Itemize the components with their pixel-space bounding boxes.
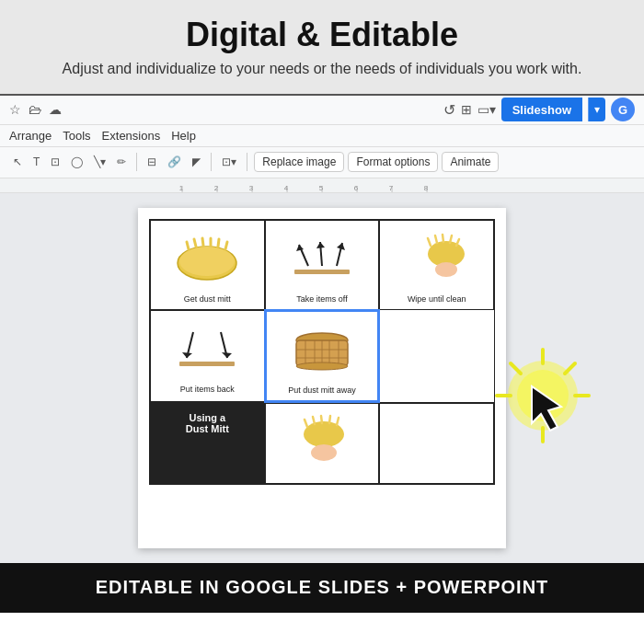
svg-rect-23 xyxy=(179,362,235,366)
svg-line-39 xyxy=(305,420,307,427)
svg-rect-45 xyxy=(315,445,333,458)
task-cell-5[interactable]: Put dust mitt away xyxy=(265,310,380,402)
text-tool[interactable]: T xyxy=(29,154,43,170)
svg-line-42 xyxy=(329,416,330,423)
slideshow-button[interactable]: Slideshow xyxy=(501,98,582,121)
task-cell-2[interactable]: Take items off xyxy=(265,220,380,310)
task-label-1: Get dust mitt xyxy=(184,294,231,304)
toolbar-divider-2 xyxy=(211,153,212,171)
cursor-area xyxy=(488,340,616,469)
svg-line-17 xyxy=(435,236,437,243)
ruler-8: 8 xyxy=(408,183,443,192)
pencil-tool[interactable]: ✏ xyxy=(113,154,130,170)
svg-marker-10 xyxy=(296,245,304,251)
task-label-5: Put dust mitt away xyxy=(288,385,356,395)
svg-marker-27 xyxy=(222,352,232,358)
toolbar-divider-1 xyxy=(136,153,137,171)
image-tool[interactable]: ⊡ xyxy=(47,154,63,170)
svg-line-2 xyxy=(187,242,189,249)
toolbar-right: ↺ ⊞ ▭▾ Slideshow ▾ G xyxy=(443,98,635,121)
task-img-mitt-2 xyxy=(281,409,363,474)
ruler: 1 2 3 4 5 6 7 8 xyxy=(0,178,644,193)
cloud-icon[interactable]: ☁ xyxy=(49,102,62,117)
svg-line-6 xyxy=(218,239,219,247)
svg-line-40 xyxy=(313,417,315,424)
grid-view-icon[interactable]: ⊞ xyxy=(461,102,472,117)
task-label-4: Put items back xyxy=(180,385,235,394)
ruler-5: 5 xyxy=(304,183,339,192)
star-icon[interactable]: ☆ xyxy=(9,102,21,117)
menu-extensions[interactable]: Extensions xyxy=(102,129,161,143)
crop-tool[interactable]: ⊡▾ xyxy=(218,154,240,170)
task-label-3: Wipe until clean xyxy=(408,294,466,304)
task-cell-bottom-2[interactable] xyxy=(265,403,380,484)
format-options-button[interactable]: Format options xyxy=(348,152,438,172)
top-banner: Digital & Editable Adjust and individual… xyxy=(0,0,644,94)
svg-marker-25 xyxy=(182,352,192,358)
history-icon[interactable]: ↺ xyxy=(443,101,455,119)
svg-line-41 xyxy=(321,416,322,423)
ruler-7: 7 xyxy=(374,183,408,192)
replace-image-button[interactable]: Replace image xyxy=(254,152,344,172)
svg-line-43 xyxy=(337,418,339,425)
shape-tool[interactable]: ◯ xyxy=(67,154,86,170)
ruler-1: 1 xyxy=(164,183,199,192)
task-cell-1[interactable]: Get dust mitt xyxy=(150,220,265,310)
present-icon[interactable]: ▭▾ xyxy=(477,102,496,117)
bottom-banner-text: EDITABLE IN GOOGLE SLIDES + POWERPOINT xyxy=(96,577,549,598)
profile-avatar[interactable]: G xyxy=(611,98,635,121)
svg-point-38 xyxy=(304,421,344,447)
cursor-tool[interactable]: ↖ xyxy=(9,154,26,170)
slide-area: Get dust mitt xyxy=(0,193,644,563)
svg-line-51 xyxy=(565,363,575,374)
svg-rect-22 xyxy=(441,266,452,275)
ruler-4: 4 xyxy=(269,183,304,192)
line-tool[interactable]: ╲▾ xyxy=(90,154,109,170)
main-title: Digital & Editable xyxy=(28,17,616,53)
menu-help[interactable]: Help xyxy=(171,129,196,143)
svg-point-37 xyxy=(296,362,348,370)
slideshow-dropdown-button[interactable]: ▾ xyxy=(588,98,605,121)
svg-line-18 xyxy=(443,235,443,242)
task-img-put-back xyxy=(166,316,248,381)
toolbar-divider-3 xyxy=(247,153,247,171)
slides-app: ☆ 🗁 ☁ ↺ ⊞ ▭▾ Slideshow ▾ G Arrange Tools… xyxy=(0,94,644,563)
glow-burst xyxy=(488,340,616,469)
svg-point-1 xyxy=(179,247,235,276)
embed-tool[interactable]: ◤ xyxy=(189,154,204,170)
menu-arrange[interactable]: Arrange xyxy=(9,129,52,143)
svg-marker-12 xyxy=(316,242,325,248)
task-grid: Get dust mitt xyxy=(149,219,495,403)
task-cell-bottom-3 xyxy=(379,403,494,484)
link-tool[interactable]: 🔗 xyxy=(164,154,185,170)
menu-tools[interactable]: Tools xyxy=(63,129,90,143)
task-img-basket xyxy=(281,317,363,382)
svg-line-16 xyxy=(428,238,431,246)
task-label-2: Take items off xyxy=(296,294,347,304)
subtitle: Adjust and individualize to your needs o… xyxy=(28,59,616,79)
ruler-6: 6 xyxy=(339,183,374,192)
toolbar-left-icons: ☆ 🗁 ☁ xyxy=(9,102,62,117)
title-cell: Using aDust Mitt xyxy=(150,403,265,484)
task-cell-empty xyxy=(379,310,494,402)
svg-line-4 xyxy=(202,238,203,246)
toolbar-top: ☆ 🗁 ☁ ↺ ⊞ ▭▾ Slideshow ▾ G xyxy=(0,96,644,125)
task-img-wipe xyxy=(396,226,478,291)
svg-line-7 xyxy=(225,242,227,249)
svg-line-3 xyxy=(194,239,196,247)
icon-toolbar: ↖ T ⊡ ◯ ╲▾ ✏ ⊟ 🔗 ◤ ⊡▾ Replace image Form… xyxy=(0,147,644,178)
animate-button[interactable]: Animate xyxy=(442,152,499,172)
svg-line-52 xyxy=(511,363,521,374)
task-cell-3[interactable]: Wipe until clean xyxy=(379,220,494,310)
task-cell-4[interactable]: Put items back xyxy=(150,310,265,402)
ruler-marks: 1 2 3 4 5 6 7 8 xyxy=(164,183,443,192)
folder-icon[interactable]: 🗁 xyxy=(29,102,41,117)
ruler-3: 3 xyxy=(234,183,269,192)
menu-bar: Arrange Tools Extensions Help xyxy=(0,125,644,147)
bottom-grid: Using aDust Mitt xyxy=(149,403,495,485)
ruler-2: 2 xyxy=(199,183,234,192)
grid-tool[interactable]: ⊟ xyxy=(144,154,160,170)
task-img-take-items xyxy=(281,226,363,291)
svg-rect-8 xyxy=(294,270,350,274)
bottom-banner: EDITABLE IN GOOGLE SLIDES + POWERPOINT xyxy=(0,563,644,613)
